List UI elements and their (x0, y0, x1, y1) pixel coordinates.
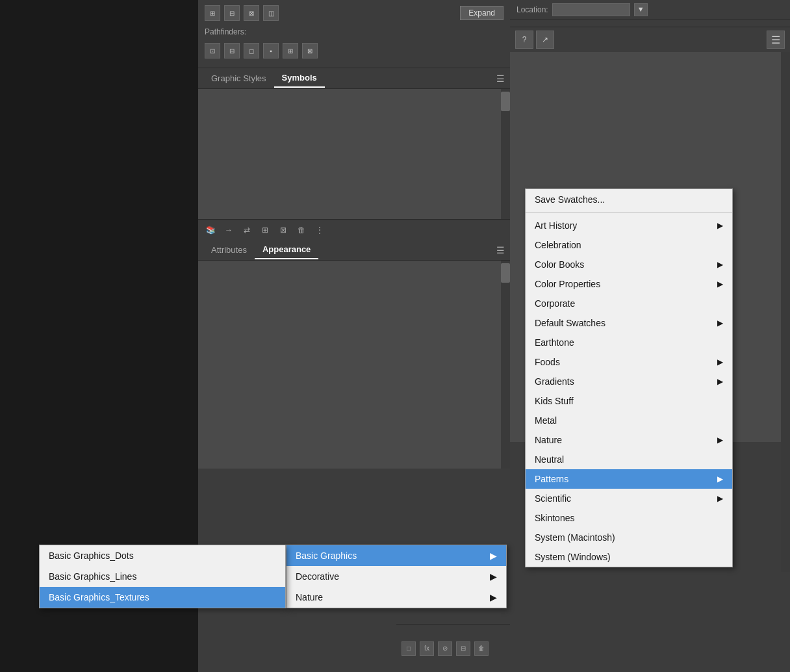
appearance-tab-bar: Attributes Appearance ☰ (198, 240, 510, 261)
ctx-nature-label: Nature (296, 592, 323, 602)
align-left-icon[interactable]: ⊞ (205, 5, 220, 21)
tab-menu-icon[interactable]: ☰ (496, 73, 505, 84)
symbols-bottom-toolbar: 📚 → ⇄ ⊞ ⊠ 🗑 ⋮ (198, 219, 510, 240)
ctx-nature-arrow: ▶ (490, 592, 497, 602)
tab-appearance[interactable]: Appearance (255, 240, 318, 259)
pathfinder-icon-3[interactable]: ◻ (244, 43, 259, 58)
tab-symbols[interactable]: Symbols (274, 69, 325, 88)
symbols-scroll-thumb[interactable] (501, 92, 510, 111)
swatches-menu-btn[interactable]: ☰ (767, 31, 785, 49)
menu-item-default-swatches-label: Default Swatches (535, 318, 605, 328)
menu-item-patterns-label: Patterns (535, 474, 568, 484)
menu-item-scientific-label: Scientific (535, 493, 571, 504)
swatch-help-icon[interactable]: ↗ (536, 31, 554, 49)
ctx-item-nature[interactable]: Nature ▶ (287, 587, 506, 608)
tab-attributes[interactable]: Attributes (203, 241, 255, 259)
menu-item-system-windows-label: System (Windows) (535, 552, 611, 562)
menu-item-metal[interactable]: Metal (526, 411, 732, 430)
menu-item-color-books[interactable]: Color Books ▶ (526, 255, 732, 274)
menu-item-corporate-label: Corporate (535, 298, 575, 309)
menu-item-corporate[interactable]: Corporate (526, 294, 732, 313)
symbol-place-icon[interactable]: → (222, 223, 236, 237)
menu-item-neutral[interactable]: Neutral (526, 450, 732, 469)
menu-item-skintones[interactable]: Skintones (526, 508, 732, 528)
swatch-question-icon[interactable]: ? (515, 31, 533, 49)
default-swatches-arrow: ▶ (717, 318, 723, 328)
location-input[interactable] (552, 3, 630, 16)
pathfinder-icon-1[interactable]: ⊡ (205, 43, 220, 58)
menu-item-gradients-label: Gradients (535, 376, 574, 387)
align-bottom-icon[interactable]: ◫ (263, 5, 279, 21)
pathfinder-icon-5[interactable]: ⊞ (283, 43, 298, 58)
location-dropdown[interactable]: ▼ (634, 3, 648, 16)
menu-item-art-history[interactable]: Art History ▶ (526, 216, 732, 235)
symbol-library-icon[interactable]: 📚 (203, 223, 218, 237)
pathfinder-icons-row: ⊡ ⊟ ◻ ▪ ⊞ ⊠ (205, 43, 503, 58)
menu-item-metal-label: Metal (535, 415, 557, 426)
align-right-icon[interactable]: ⊟ (224, 5, 240, 21)
bottom-icon-fx[interactable]: fx (420, 641, 434, 656)
symbols-panel-content (198, 89, 510, 219)
basic-graphics-arrow: ▶ (490, 550, 497, 561)
symbols-tab-bar: Graphic Styles Symbols ☰ (198, 68, 510, 89)
swatches-toolbar: ? ↗ ☰ (510, 27, 790, 52)
symbol-duplicate-icon[interactable]: ⊞ (258, 223, 272, 237)
menu-item-foods[interactable]: Foods ▶ (526, 352, 732, 372)
ctx-item-basic-graphics[interactable]: Basic Graphics ▶ (287, 545, 506, 566)
right-panel-scrollbar[interactable] (781, 52, 790, 572)
menu-item-system-mac[interactable]: System (Macintosh) (526, 528, 732, 547)
bottom-icon-square[interactable]: □ (401, 641, 416, 656)
menu-divider-1 (526, 213, 732, 213)
symbol-break-icon[interactable]: ⇄ (240, 223, 254, 237)
menu-item-kids-stuff-label: Kids Stuff (535, 396, 574, 406)
align-top-icon[interactable]: ⊠ (244, 5, 259, 21)
symbol-redefine-icon[interactable]: ⊠ (276, 223, 290, 237)
art-history-arrow: ▶ (717, 221, 723, 230)
symbol-delete-icon[interactable]: 🗑 (294, 223, 309, 237)
ctx-item-basic-textures[interactable]: Basic Graphics_Textures (40, 587, 285, 608)
toolbar-row-2: Pathfinders: (205, 25, 503, 39)
menu-item-earthtone[interactable]: Earthtone (526, 333, 732, 352)
bottom-icon-circle[interactable]: ⊘ (438, 641, 452, 656)
menu-item-nature-label: Nature (535, 435, 562, 445)
menu-item-patterns[interactable]: Patterns ▶ (526, 469, 732, 489)
symbol-extra-icon[interactable]: ⋮ (312, 223, 327, 237)
menu-item-earthtone-label: Earthtone (535, 337, 574, 348)
symbols-scrollbar[interactable] (501, 89, 510, 219)
ctx-basic-textures-label: Basic Graphics_Textures (49, 592, 149, 602)
menu-item-system-windows[interactable]: System (Windows) (526, 547, 732, 567)
toolbar-area: ⊞ ⊟ ⊠ ◫ Expand Pathfinders: ⊡ ⊟ ◻ ▪ ⊞ ⊠ (198, 0, 510, 68)
ctx-item-basic-lines[interactable]: Basic Graphics_Lines (40, 566, 285, 587)
pathfinder-icon-4[interactable]: ▪ (263, 43, 279, 58)
ctx-basic-dots-label: Basic Graphics_Dots (49, 550, 134, 561)
menu-item-save-swatches[interactable]: Save Swatches... (526, 189, 732, 210)
nature-arrow: ▶ (717, 435, 723, 445)
expand-button[interactable]: Expand (460, 6, 503, 20)
appearance-scrollbar[interactable] (501, 261, 510, 469)
menu-item-gradients[interactable]: Gradients ▶ (526, 372, 732, 391)
bottom-icon-trash[interactable]: 🗑 (474, 641, 489, 656)
menu-item-color-properties[interactable]: Color Properties ▶ (526, 274, 732, 294)
ctx-basic-lines-label: Basic Graphics_Lines (49, 571, 136, 582)
menu-item-default-swatches[interactable]: Default Swatches ▶ (526, 313, 732, 333)
pathfinder-icon-2[interactable]: ⊟ (224, 43, 240, 58)
appearance-tab-menu-icon[interactable]: ☰ (496, 245, 505, 255)
menu-item-foods-label: Foods (535, 357, 560, 367)
menu-item-nature[interactable]: Nature ▶ (526, 430, 732, 450)
menu-item-celebration[interactable]: Celebration (526, 235, 732, 255)
bottom-icon-copy[interactable]: ⊟ (456, 641, 470, 656)
menu-item-color-books-label: Color Books (535, 259, 584, 270)
menu-item-kids-stuff[interactable]: Kids Stuff (526, 391, 732, 411)
patterns-arrow: ▶ (717, 474, 723, 484)
menu-item-system-mac-label: System (Macintosh) (535, 532, 615, 543)
menu-item-neutral-label: Neutral (535, 454, 564, 465)
tab-graphic-styles[interactable]: Graphic Styles (203, 70, 274, 87)
ctx-item-basic-dots[interactable]: Basic Graphics_Dots (40, 545, 285, 566)
ctx-item-decorative[interactable]: Decorative ▶ (287, 566, 506, 587)
menu-item-scientific[interactable]: Scientific ▶ (526, 489, 732, 508)
pathfinder-icon-6[interactable]: ⊠ (302, 43, 318, 58)
decorative-arrow: ▶ (490, 571, 497, 582)
appearance-scroll-thumb[interactable] (501, 263, 510, 283)
patterns-submenu: Basic Graphics ▶ Decorative ▶ Nature ▶ (286, 545, 507, 608)
ctx-decorative-label: Decorative (296, 571, 339, 582)
